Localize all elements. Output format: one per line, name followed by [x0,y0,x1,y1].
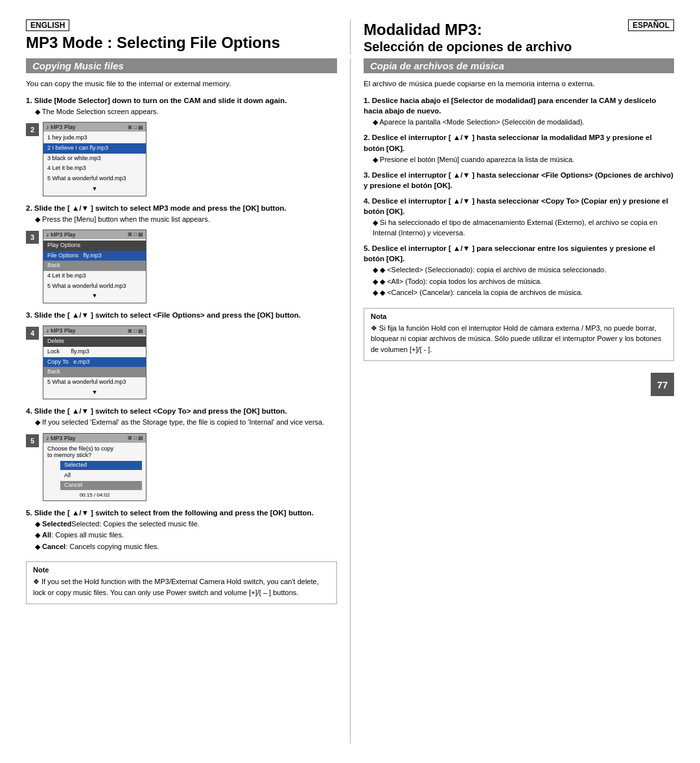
right-step-5-sub-1: ◆ <Selected> (Seleccionado): copia el ar… [373,265,674,275]
left-step-1-sub-1: The Mode Selection screen appears. [35,107,337,117]
left-step-1-main: 1. Slide [Mode Selector] down to turn on… [26,95,337,106]
device-prompt-5: Choose the file(s) to copyto memory stic… [47,445,142,458]
device-item-3-1: Play Options [43,241,146,251]
device-item-2-arrow: ▼ [43,184,146,194]
right-step-2-main: 2. Deslice el interruptor [ ▲/▼ ] hasta … [364,132,674,153]
right-step-4-subs: Si ha seleccionado el tipo de almacenami… [364,218,674,238]
step-num-4: 4 [26,327,39,340]
device-options-5: Selected All Cancel [60,461,142,490]
device-note-icon-3: ♪ MP3 Play [46,231,76,238]
step-num-2: 2 [26,123,39,136]
device-item-3-5: 5 What a wonderful world.mp3 [43,281,146,292]
device-option-cancel: Cancel [60,481,142,490]
content-area: Copying Music files You can copy the mus… [26,58,674,744]
left-step-5-sub-1: SelectedSelected: Copies the selected mu… [35,519,337,529]
device-item-4-2: Lock fly.mp3 [43,347,146,357]
right-step-1-subs: Aparece la pantalla <Mode Selection> (Se… [364,117,674,127]
device-header-5: ♪ MP3 Play ⊞ □ ▤ [43,434,146,443]
step-num-3: 3 [26,231,39,244]
left-step-4: 4. Slide the [ ▲/▼ ] switch to select <C… [26,406,337,427]
left-step-3: 3. Slide the [ ▲/▼ ] switch to select <F… [26,310,337,320]
left-note-box: Note ❖ If you set the Hold function with… [26,561,337,604]
left-step-5-main: 5. Slide the [ ▲/▼ ] switch to select fr… [26,508,337,518]
device-item-2-1: 1 hey jude.mp3 [43,133,146,143]
right-note-content: ❖ Si fija la función Hold con el interru… [371,323,667,355]
left-step-4-subs: If you selected 'External' as the Storag… [26,417,337,427]
left-column: Copying Music files You can copy the mus… [26,58,350,744]
left-note-text: ❖ If you set the Hold function with the … [33,576,330,598]
device-item-4-3: Copy To e.mp3 [43,357,146,368]
left-step-1-subs: The Mode Selection screen appears. [26,107,337,117]
right-section-intro: El archivo de música puede copiarse en l… [364,78,674,89]
device-item-3-3: Back [43,261,146,271]
right-header-top: Modalidad MP3: Selección de opciones de … [364,19,674,54]
page: ENGLISH MP3 Mode : Selecting File Option… [0,0,700,763]
right-step-4-main: 4. Deslice el interruptor [ ▲/▼ ] hasta … [364,196,674,217]
device-item-2-3: 3 black or white.mp3 [43,154,146,164]
device-option-all: All [60,471,142,480]
device-item-2-4: 4 Let it be.mp3 [43,163,146,174]
device-screen-3: ♪ MP3 Play ⊞ □ ▤ Play Options File Optio… [43,229,146,303]
right-step-5: 5. Deslice el interruptor [ ▲/▼ ] para s… [364,243,674,298]
device-item-4-5: 5 What a wonderful world.mp3 [43,377,146,388]
top-header: ENGLISH MP3 Mode : Selecting File Option… [26,19,674,54]
right-lang-badge: ESPAÑOL [628,19,674,31]
device-steps-2: 2 ♪ MP3 Play ⊞ □ ▤ 1 [26,122,337,196]
right-column: Copia de archivos de música El archivo d… [350,58,674,744]
device-icons-2: ⊞ □ ▤ [128,124,143,130]
device-icons-4: ⊞ □ ▤ [128,328,143,334]
device-screen-2: ♪ MP3 Play ⊞ □ ▤ 1 hey jude.mp3 2 I beli… [43,122,146,196]
right-step-4-sub-1: Si ha seleccionado el tipo de almacenami… [373,218,674,238]
left-step-2: 2. Slide the [ ▲/▼ ] switch to select MP… [26,203,337,224]
left-note-content: ❖ If you set the Hold function with the … [33,576,330,598]
left-step-5: 5. Slide the [ ▲/▼ ] switch to select fr… [26,508,337,552]
device-steps-3: 3 ♪ MP3 Play ⊞ □ ▤ Pla [26,229,337,303]
right-section-header: Copia de archivos de música [364,58,674,73]
device-step-2: 2 ♪ MP3 Play ⊞ □ ▤ 1 [26,122,337,196]
device-item-4-arrow: ▼ [43,388,146,398]
device-item-4-4: Back [43,367,146,377]
right-note-box: Nota ❖ Si fija la función Hold con el in… [364,308,674,362]
device-icons-3: ⊞ □ ▤ [128,231,143,237]
left-section-header: Copying Music files [26,58,337,73]
right-main-title: Modalidad MP3: [364,21,572,40]
left-step-2-main: 2. Slide the [ ▲/▼ ] switch to select MP… [26,203,337,213]
left-step-3-main: 3. Slide the [ ▲/▼ ] switch to select <F… [26,310,337,320]
device-item-2-5: 5 What a wonderful world.mp3 [43,174,146,184]
right-step-2-sub-1: Presione el botón [Menú] cuando aparezca… [373,155,674,165]
device-step-4: 4 ♪ MP3 Play ⊞ □ ▤ Del [26,325,337,399]
device-header-3: ♪ MP3 Play ⊞ □ ▤ [43,230,146,239]
right-step-4: 4. Deslice el interruptor [ ▲/▼ ] hasta … [364,196,674,238]
page-number-container: 77 [364,368,674,396]
device-list-3: Play Options File Options fly.mp3 Back 4… [43,239,146,303]
left-step-4-sub-1: If you selected 'External' as the Storag… [35,417,337,427]
page-number-badge: 77 [651,373,674,396]
left-main-title: MP3 Mode : Selecting File Options [26,34,337,53]
device-item-4-1: Delete [43,336,146,347]
device-item-3-4: 4 Let it be.mp3 [43,271,146,281]
device-item-3-arrow: ▼ [43,291,146,301]
left-step-5-subs: SelectedSelected: Copies the selected mu… [26,519,337,552]
device-step-3: 3 ♪ MP3 Play ⊞ □ ▤ Pla [26,229,337,303]
right-note-text: ❖ Si fija la función Hold con el interru… [371,323,667,355]
right-note-label: Nota [371,312,667,320]
device-time-5: 00:15 / 04:02 [47,492,142,498]
device-item-2-2: 2 I believe I can fly.mp3 [43,143,146,154]
right-step-1-sub-1: Aparece la pantalla <Mode Selection> (Se… [373,117,674,127]
right-step-3: 3. Deslice el interruptor [ ▲/▼ ] hasta … [364,170,674,191]
right-step-3-main: 3. Deslice el interruptor [ ▲/▼ ] hasta … [364,170,674,191]
right-step-5-main: 5. Deslice el interruptor [ ▲/▼ ] para s… [364,243,674,264]
left-step-5-sub-2: All: Copies all music files. [35,530,337,540]
left-step-1: 1. Slide [Mode Selector] down to turn on… [26,95,337,117]
right-step-1-main: 1. Deslice hacia abajo el [Selector de m… [364,95,674,116]
device-steps-5: 5 ♪ MP3 Play ⊞ □ ▤ Cho [26,433,337,501]
right-step-5-subs: ◆ <Selected> (Seleccionado): copia el ar… [364,265,674,298]
right-step-2-subs: Presione el botón [Menú] cuando aparezca… [364,155,674,165]
device-item-3-2: File Options fly.mp3 [43,251,146,261]
left-lang-badge: ENGLISH [26,19,69,31]
device-list-5: Choose the file(s) to copyto memory stic… [43,443,146,500]
right-header: Modalidad MP3: Selección de opciones de … [350,19,674,54]
device-icons-5: ⊞ □ ▤ [128,435,143,441]
device-note-icon-5: ♪ MP3 Play [46,435,76,441]
left-step-2-subs: Press the [Menu] button when the music l… [26,215,337,224]
